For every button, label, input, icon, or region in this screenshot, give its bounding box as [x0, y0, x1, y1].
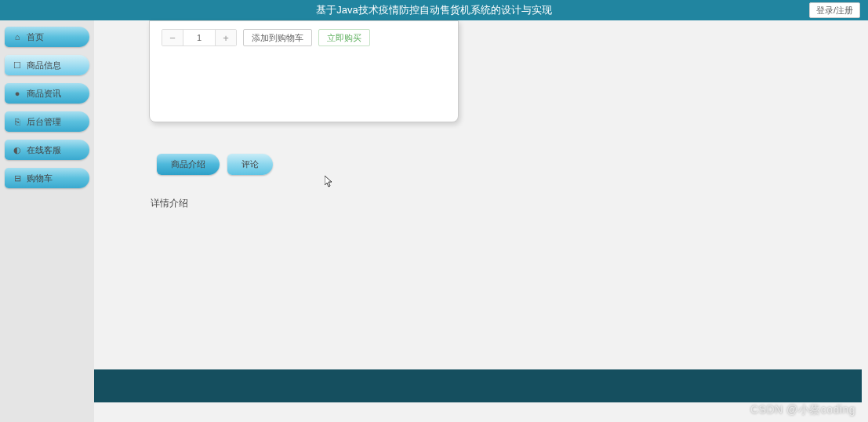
login-register-button[interactable]: 登录/注册: [809, 2, 860, 18]
quantity-row: − + 添加到购物车 立即购买: [162, 29, 446, 46]
qty-minus-button[interactable]: −: [162, 29, 183, 46]
admin-icon: ⎘: [13, 117, 22, 126]
quantity-stepper: − +: [162, 29, 237, 46]
add-to-cart-button[interactable]: 添加到购物车: [243, 29, 312, 46]
sidebar-item-label: 购物车: [27, 173, 53, 184]
product-icon: ☐: [13, 60, 22, 70]
sidebar-item-label: 后台管理: [27, 116, 61, 128]
watermark: CSDN @小蔡coding: [750, 403, 855, 417]
service-icon: ◐: [13, 145, 22, 155]
detail-tabs: 商品介绍 评论: [157, 154, 868, 175]
main-container: ⌂ 首页 ☐ 商品信息 ● 商品资讯 ⎘ 后台管理 ◐ 在线客服 ⊟ 购物车 −: [0, 20, 868, 422]
news-icon: ●: [13, 89, 22, 98]
product-card: − + 添加到购物车 立即购买: [149, 20, 459, 122]
tab-comments[interactable]: 评论: [227, 154, 273, 175]
sidebar-item-label: 在线客服: [27, 144, 61, 156]
page-title: 基于Java技术疫情防控自动售货机系统的设计与实现: [316, 4, 551, 16]
sidebar-item-product-info[interactable]: ☐ 商品信息: [5, 55, 89, 75]
home-icon: ⌂: [13, 32, 22, 42]
sidebar-item-admin[interactable]: ⎘ 后台管理: [5, 111, 89, 132]
footer-bar: [94, 369, 862, 402]
tab-product-intro[interactable]: 商品介绍: [157, 154, 220, 175]
sidebar: ⌂ 首页 ☐ 商品信息 ● 商品资讯 ⎘ 后台管理 ◐ 在线客服 ⊟ 购物车: [0, 20, 94, 422]
detail-heading: 详情介绍: [151, 197, 868, 210]
buy-now-button[interactable]: 立即购买: [318, 29, 370, 46]
qty-plus-button[interactable]: +: [216, 29, 236, 46]
sidebar-item-cart[interactable]: ⊟ 购物车: [5, 168, 89, 188]
main-content: − + 添加到购物车 立即购买 商品介绍 评论 详情介绍: [94, 20, 868, 422]
cursor-icon: [325, 176, 334, 188]
qty-input[interactable]: [183, 29, 216, 46]
sidebar-item-service[interactable]: ◐ 在线客服: [5, 140, 89, 160]
sidebar-item-label: 首页: [27, 31, 44, 43]
sidebar-item-product-news[interactable]: ● 商品资讯: [5, 83, 89, 104]
sidebar-item-label: 商品资讯: [27, 88, 61, 100]
app-header: 基于Java技术疫情防控自动售货机系统的设计与实现 登录/注册: [0, 0, 868, 20]
sidebar-item-home[interactable]: ⌂ 首页: [5, 27, 89, 47]
sidebar-item-label: 商品信息: [27, 60, 61, 71]
cart-icon: ⊟: [13, 173, 22, 183]
